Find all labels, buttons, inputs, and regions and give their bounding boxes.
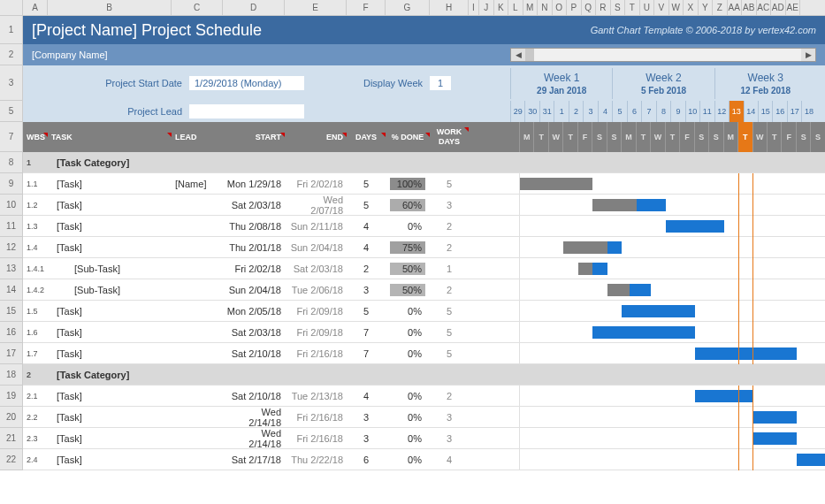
- col-AE[interactable]: AE: [786, 0, 801, 15]
- lead-input[interactable]: [189, 104, 304, 118]
- col-AA[interactable]: AA: [728, 0, 743, 15]
- col-K[interactable]: K: [494, 0, 509, 15]
- col-M[interactable]: M: [523, 0, 539, 15]
- day-numbers: 293031123456789101112131415161718: [510, 101, 816, 122]
- task-row[interactable]: 1.4.2[Sub-Task]Sun 2/04/18Tue 2/06/18350…: [23, 279, 825, 301]
- col-Z[interactable]: Z: [713, 0, 728, 15]
- row-14[interactable]: 14: [0, 279, 23, 301]
- row-18[interactable]: 18: [0, 364, 23, 386]
- today-marker: [738, 195, 752, 216]
- col-C[interactable]: C: [172, 0, 223, 15]
- col-U[interactable]: U: [640, 0, 655, 15]
- row-17[interactable]: 17: [0, 343, 23, 364]
- task-row[interactable]: 1.5[Task]Mon 2/05/18Fri 2/09/1850%5: [23, 301, 825, 322]
- col-H[interactable]: H: [430, 0, 469, 15]
- scroll-left-icon[interactable]: ◀: [511, 49, 525, 61]
- row-11[interactable]: 11: [0, 216, 23, 237]
- task-row[interactable]: 1.4.1[Sub-Task]Fri 2/02/18Sat 2/03/18250…: [23, 258, 825, 279]
- row-7[interactable]: 7: [0, 122, 23, 152]
- col-L[interactable]: L: [508, 0, 523, 15]
- row-5[interactable]: 5: [0, 101, 23, 122]
- gantt-bar: [592, 326, 694, 339]
- dow-cell: M: [621, 122, 635, 152]
- gantt-bar: [666, 220, 724, 233]
- task-row[interactable]: 2.2[Task]Wed 2/14/18Fri 2/16/1830%3: [23, 407, 825, 428]
- header-task: TASK: [48, 133, 172, 141]
- today-marker: [738, 322, 752, 343]
- col-W[interactable]: W: [669, 0, 684, 15]
- row-16[interactable]: 16: [0, 322, 23, 343]
- category-row[interactable]: 1[Task Category]: [23, 152, 825, 173]
- col-F[interactable]: F: [347, 0, 386, 15]
- col-D[interactable]: D: [223, 0, 285, 15]
- row-22[interactable]: 22: [0, 449, 23, 470]
- col-J[interactable]: J: [479, 0, 494, 15]
- row-2[interactable]: 2: [0, 44, 23, 65]
- title-row: [Project Name] Project Schedule Gantt Ch…: [23, 16, 825, 44]
- gantt-bar-done: [592, 199, 636, 211]
- col-S[interactable]: S: [611, 0, 626, 15]
- col-Q[interactable]: Q: [582, 0, 597, 15]
- dow-cell: T: [665, 122, 679, 152]
- category-row[interactable]: 2[Task Category]: [23, 364, 825, 386]
- gantt-bar: [695, 390, 753, 402]
- task-row[interactable]: 1.6[Task]Sat 2/03/18Fri 2/09/1870%5: [23, 322, 825, 343]
- row-13[interactable]: 13: [0, 258, 23, 279]
- col-O[interactable]: O: [553, 0, 568, 15]
- corner-cell[interactable]: [0, 0, 23, 16]
- col-R[interactable]: R: [596, 0, 611, 15]
- task-row[interactable]: 1.7[Task]Sat 2/10/18Fri 2/16/1870%5: [23, 343, 825, 364]
- day-6: 6: [627, 101, 641, 122]
- row-10[interactable]: 10: [0, 195, 23, 216]
- week-scrollbar[interactable]: ◀ ▶: [510, 48, 816, 62]
- task-row[interactable]: 1.1[Task][Name]Mon 1/29/18Fri 2/02/18510…: [23, 173, 825, 195]
- row-9[interactable]: 9: [0, 173, 23, 195]
- col-E[interactable]: E: [285, 0, 347, 15]
- day-14: 14: [744, 101, 758, 122]
- scroll-right-icon[interactable]: ▶: [801, 49, 815, 61]
- column-headers[interactable]: ABCDEFGHIJKLMNOPQRSTUVWXYZAAABACADAE: [23, 0, 825, 16]
- row-8[interactable]: 8: [0, 152, 23, 173]
- task-row[interactable]: 1.2[Task]Sat 2/03/18Wed 2/07/18560%3: [23, 195, 825, 216]
- row-1[interactable]: 1: [0, 16, 23, 44]
- display-week-input[interactable]: 1: [430, 76, 451, 90]
- col-Y[interactable]: Y: [699, 0, 714, 15]
- col-AB[interactable]: AB: [742, 0, 757, 15]
- task-row[interactable]: 2.4[Task]Sat 2/17/18Thu 2/22/1860%4: [23, 449, 825, 470]
- company-name: [Company Name]: [32, 50, 108, 60]
- lead-label: Project Lead: [32, 106, 182, 117]
- gantt-bar-done: [520, 178, 592, 190]
- row-20[interactable]: 20: [0, 407, 23, 428]
- row-19[interactable]: 19: [0, 386, 23, 407]
- col-B[interactable]: B: [48, 0, 172, 15]
- today-marker: [738, 407, 752, 428]
- day-1: 1: [554, 101, 568, 122]
- row-15[interactable]: 15: [0, 301, 23, 322]
- col-AD[interactable]: AD: [771, 0, 786, 15]
- dow-cell: W: [650, 122, 664, 152]
- task-row[interactable]: 1.3[Task]Thu 2/08/18Sun 2/11/1840%2: [23, 216, 825, 237]
- task-row[interactable]: 2.1[Task]Sat 2/10/18Tue 2/13/1840%2: [23, 386, 825, 407]
- col-N[interactable]: N: [538, 0, 553, 15]
- col-X[interactable]: X: [684, 0, 699, 15]
- week-headers: Week 129 Jan 2018Week 25 Feb 2018Week 31…: [510, 68, 816, 99]
- col-AC[interactable]: AC: [757, 0, 772, 15]
- col-T[interactable]: T: [625, 0, 640, 15]
- col-G[interactable]: G: [386, 0, 430, 15]
- row-3[interactable]: 3: [0, 65, 23, 101]
- task-row[interactable]: 1.4[Task]Thu 2/01/18Sun 2/04/18475%2: [23, 237, 825, 258]
- task-row[interactable]: 2.3[Task]Wed 2/14/18Fri 2/16/1830%3: [23, 428, 825, 449]
- col-P[interactable]: P: [567, 0, 582, 15]
- day-10: 10: [685, 101, 699, 122]
- start-date-input[interactable]: 1/29/2018 (Monday): [189, 76, 304, 90]
- col-A[interactable]: A: [23, 0, 48, 15]
- gantt-cell: [519, 428, 825, 449]
- dow-cell: S: [592, 122, 606, 152]
- gantt-cell: [519, 216, 825, 237]
- row-12[interactable]: 12: [0, 237, 23, 258]
- col-V[interactable]: V: [654, 0, 669, 15]
- scroll-thumb[interactable]: [525, 49, 534, 61]
- gantt-bar: [695, 347, 797, 360]
- col-I[interactable]: I: [469, 0, 479, 15]
- row-21[interactable]: 21: [0, 428, 23, 449]
